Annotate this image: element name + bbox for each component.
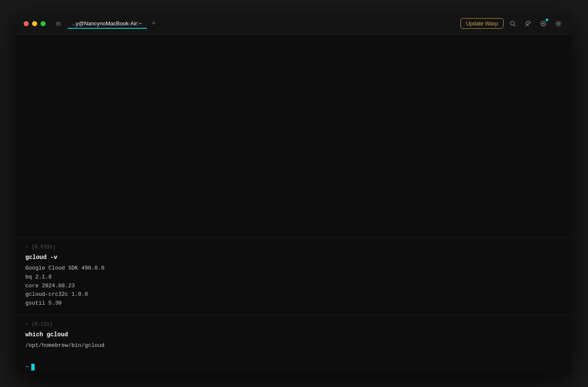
output-line: gcloud-crc32c 1.0.0 <box>25 290 563 299</box>
svg-line-4 <box>514 25 516 26</box>
svg-line-10 <box>523 324 525 327</box>
active-tab[interactable]: ..y@NancynoMacBook-Air:~ <box>68 19 147 28</box>
command-meta-1: ~ (0.639s) <box>25 243 563 251</box>
command-block-1: ~ (0.639s) <box>17 237 571 315</box>
command-block-2: ~ (0.12s) <box>17 315 571 357</box>
svg-line-5 <box>525 24 528 26</box>
pin-button[interactable] <box>522 18 534 30</box>
tab-label: ..y@NancynoMacBook-Air:~ <box>73 20 142 27</box>
command-timing-2: ~ (0.12s) <box>25 322 53 327</box>
traffic-lights <box>24 21 46 26</box>
command-output-1: Google Cloud SDK 490.0.0 bq 2.1.8 core 2… <box>25 264 563 308</box>
svg-rect-2 <box>56 25 61 25</box>
ai-button[interactable] <box>537 18 549 30</box>
command-meta-2: ~ (0.12s) <box>25 320 563 329</box>
ai-notification-dot <box>546 19 548 21</box>
output-line: gsutil 5.30 <box>25 299 563 308</box>
tab-area: ..y@NancynoMacBook-Air:~ + <box>52 18 460 30</box>
svg-point-7 <box>542 23 544 25</box>
command-text-1: gcloud -v <box>25 254 563 261</box>
filter-command-button-2[interactable] <box>543 320 552 329</box>
more-command-button-2[interactable]: ⋮ <box>554 320 563 329</box>
maximize-button[interactable] <box>41 21 46 26</box>
output-line: /opt/homebrew/bin/gcloud <box>25 341 563 350</box>
minimize-button[interactable] <box>32 21 37 26</box>
more-command-button-1[interactable]: ⋮ <box>554 243 563 251</box>
output-line: core 2024.08.23 <box>25 282 563 291</box>
command-timing-1: ~ (0.639s) <box>25 244 56 250</box>
prompt-symbol: ~ <box>25 364 29 371</box>
sidebar-toggle-button[interactable] <box>52 18 64 30</box>
settings-button[interactable] <box>553 18 564 30</box>
svg-rect-1 <box>56 23 61 24</box>
terminal-window: ..y@NancynoMacBook-Air:~ + Update Warp <box>17 13 571 374</box>
bookmark-command-button-2[interactable] <box>532 320 541 329</box>
empty-space <box>17 35 571 237</box>
command-text-2: which gcloud <box>25 331 563 338</box>
pin-command-button-2[interactable] <box>521 320 530 329</box>
cursor <box>31 364 35 371</box>
terminal-content: ~ (0.639s) <box>17 35 571 374</box>
svg-rect-0 <box>56 22 61 23</box>
command-meta-left-2: ~ (0.12s) <box>25 322 53 327</box>
command-meta-left-1: ~ (0.639s) <box>25 244 56 250</box>
titlebar-actions: Update Warp <box>460 18 564 30</box>
titlebar: ..y@NancynoMacBook-Air:~ + Update Warp <box>17 13 571 35</box>
prompt-line[interactable]: ~ <box>17 357 571 374</box>
pin-command-button-1[interactable] <box>521 243 530 251</box>
bookmark-command-button-1[interactable] <box>532 243 541 251</box>
svg-point-8 <box>558 22 560 25</box>
close-button[interactable] <box>24 21 29 26</box>
command-output-2: /opt/homebrew/bin/gcloud <box>25 341 563 350</box>
output-line: bq 2.1.8 <box>25 273 563 282</box>
svg-line-9 <box>523 247 525 249</box>
search-button[interactable] <box>507 18 519 30</box>
update-warp-button[interactable]: Update Warp <box>460 18 504 29</box>
new-tab-button[interactable]: + <box>149 19 159 29</box>
output-line: Google Cloud SDK 490.0.0 <box>25 264 563 273</box>
filter-command-button-1[interactable] <box>543 243 552 251</box>
